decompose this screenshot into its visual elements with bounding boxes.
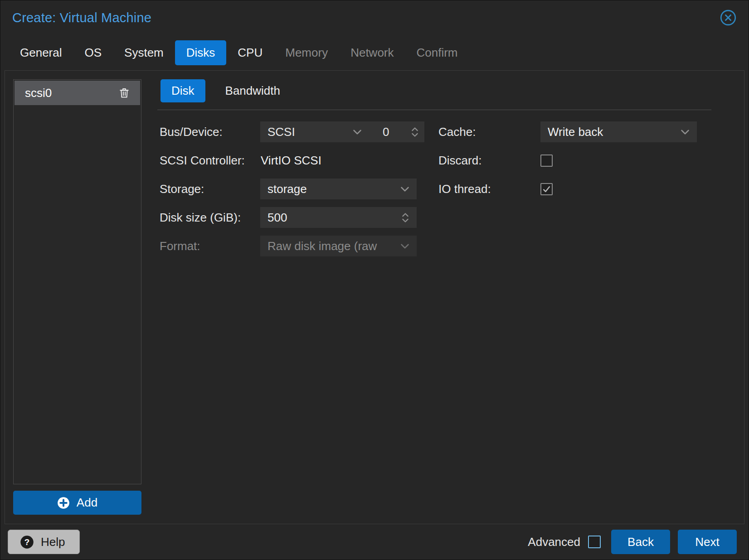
cache-row: Cache: Write back: [436, 121, 711, 142]
back-button[interactable]: Back: [611, 530, 670, 554]
disk-panel: Disk Bandwidth Bus/Device: SCSI: [157, 79, 711, 515]
close-button[interactable]: [719, 8, 738, 27]
cache-value: Write back: [548, 125, 603, 139]
subtab-disk[interactable]: Disk: [160, 79, 205, 102]
device-item-label: scsi0: [25, 86, 52, 100]
back-label: Back: [627, 535, 654, 549]
help-label: Help: [41, 535, 65, 549]
tab-memory: Memory: [274, 40, 339, 65]
tab-network: Network: [339, 40, 405, 65]
format-value: Raw disk image (raw: [268, 239, 377, 253]
advanced-label: Advanced: [528, 535, 580, 549]
subtab-divider: [157, 110, 711, 110]
disk-size-label: Disk size (GiB):: [157, 211, 260, 225]
storage-value: storage: [268, 182, 307, 196]
add-disk-button[interactable]: Add: [13, 491, 141, 515]
checkmark-icon: [542, 184, 551, 194]
storage-row: Storage: storage: [157, 179, 436, 199]
advanced-checkbox[interactable]: [588, 536, 601, 548]
titlebar: Create: Virtual Machine: [0, 0, 749, 35]
io-thread-label: IO thread:: [436, 182, 540, 196]
disk-form: Bus/Device: SCSI 0: [157, 121, 711, 264]
spinner-arrows-icon[interactable]: [411, 126, 419, 138]
chevron-down-icon: [400, 243, 409, 249]
subtab-bandwidth[interactable]: Bandwidth: [225, 84, 280, 98]
storage-select[interactable]: storage: [260, 179, 417, 199]
discard-checkbox[interactable]: [540, 154, 553, 167]
wizard-tabs: General OS System Disks CPU Memory Netwo…: [0, 35, 749, 70]
add-disk-label: Add: [77, 496, 97, 510]
help-icon: ?: [20, 535, 34, 549]
tab-system[interactable]: System: [113, 40, 175, 65]
chevron-down-icon: [681, 129, 690, 135]
dialog-footer: ? Help Advanced Back Next: [0, 524, 749, 560]
discard-label: Discard:: [436, 154, 540, 168]
form-column-left: Bus/Device: SCSI 0: [157, 121, 436, 264]
cache-label: Cache:: [436, 125, 540, 139]
create-vm-dialog: Create: Virtual Machine General OS Syste…: [0, 0, 749, 560]
bus-device-row: Bus/Device: SCSI 0: [157, 121, 436, 142]
discard-row: Discard:: [436, 150, 711, 171]
disk-size-input[interactable]: 500: [260, 207, 417, 228]
tab-disks[interactable]: Disks: [175, 40, 227, 65]
disk-subtabs: Disk Bandwidth: [157, 79, 711, 102]
scsi-controller-label: SCSI Controller:: [157, 154, 260, 168]
form-column-right: Cache: Write back Discard: IO: [436, 121, 711, 264]
disk-size-row: Disk size (GiB): 500: [157, 207, 436, 228]
format-row: Format: Raw disk image (raw: [157, 236, 436, 256]
plus-circle-icon: [57, 497, 70, 509]
tab-confirm: Confirm: [405, 40, 469, 65]
spinner-arrows-icon[interactable]: [401, 212, 409, 224]
storage-label: Storage:: [157, 182, 260, 196]
chevron-down-icon: [400, 186, 409, 192]
footer-actions: Advanced Back Next: [528, 530, 737, 554]
bus-device-label: Bus/Device:: [157, 125, 260, 139]
next-label: Next: [695, 535, 719, 549]
device-number-value: 0: [383, 125, 389, 139]
remove-disk-button[interactable]: [117, 86, 131, 100]
dialog-body: scsi0: [5, 70, 744, 524]
tab-cpu[interactable]: CPU: [226, 40, 274, 65]
dialog-title: Create: Virtual Machine: [12, 10, 151, 25]
bus-type-value: SCSI: [268, 125, 295, 139]
svg-text:?: ?: [24, 537, 29, 546]
bus-type-select[interactable]: SCSI: [260, 121, 366, 142]
io-thread-checkbox[interactable]: [540, 183, 553, 195]
format-label: Format:: [157, 239, 260, 253]
device-number-input[interactable]: 0: [366, 121, 424, 142]
device-item-scsi0[interactable]: scsi0: [15, 81, 140, 105]
scsi-controller-value: VirtIO SCSI: [260, 154, 321, 168]
tab-general[interactable]: General: [9, 40, 73, 65]
disk-size-value: 500: [268, 211, 287, 225]
io-thread-row: IO thread:: [436, 179, 711, 199]
next-button[interactable]: Next: [678, 530, 737, 554]
trash-icon: [118, 87, 131, 99]
format-select-disabled: Raw disk image (raw: [260, 236, 417, 256]
bus-device-control: SCSI 0: [260, 121, 424, 142]
cache-select[interactable]: Write back: [540, 121, 697, 142]
device-list: scsi0: [13, 79, 141, 484]
close-icon: [719, 8, 738, 27]
device-column: scsi0: [13, 79, 141, 515]
scsi-controller-row: SCSI Controller: VirtIO SCSI: [157, 150, 436, 171]
tab-os[interactable]: OS: [73, 40, 113, 65]
chevron-down-icon: [353, 129, 362, 135]
help-button[interactable]: ? Help: [8, 530, 80, 554]
